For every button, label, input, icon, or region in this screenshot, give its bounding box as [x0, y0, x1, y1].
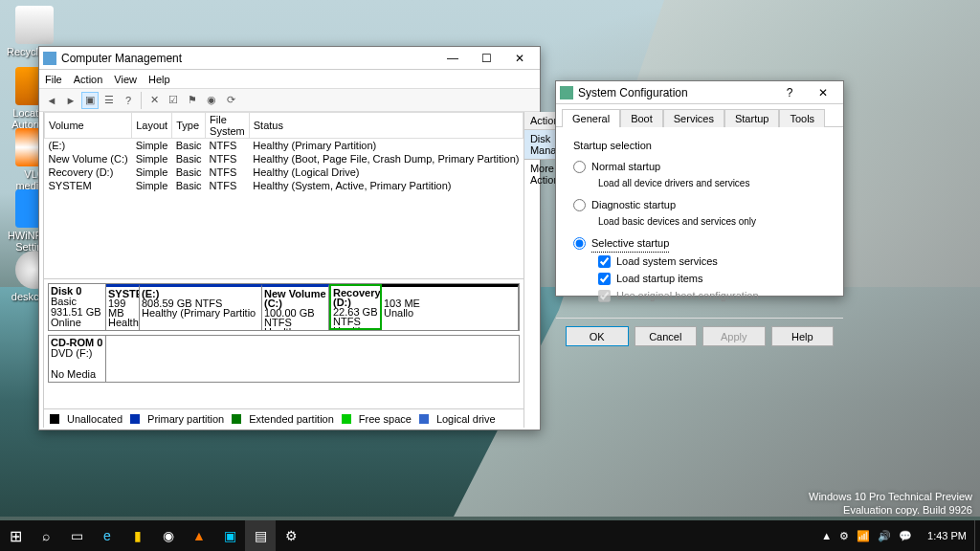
col-layout[interactable]: Layout — [132, 113, 172, 139]
system-tray[interactable]: ▲ ⚙ 📶 🔊 💬 — [813, 530, 920, 542]
volume-row[interactable]: SYSTEMSimpleBasicNTFSHealthy (System, Ac… — [45, 179, 523, 192]
col-volume[interactable]: Volume — [45, 113, 132, 139]
ok-button[interactable]: OK — [566, 326, 629, 346]
minimize-button[interactable]: — — [436, 49, 469, 68]
legend: Unallocated Primary partition Extended p… — [44, 408, 523, 428]
tab-tools[interactable]: Tools — [779, 109, 825, 127]
volume-row[interactable]: (E:)SimpleBasicNTFSHealthy (Primary Part… — [45, 139, 523, 153]
radio-diagnostic[interactable]: Diagnostic startup — [573, 196, 826, 213]
disk-graphic: Disk 0Basic931.51 GBOnline SYSTEM199 MBH… — [44, 279, 523, 408]
help-button[interactable]: ? — [773, 83, 806, 102]
close-button[interactable]: ✕ — [807, 83, 839, 102]
partition-selected[interactable]: Recovery (D:)22.63 GB NTFSHealthy (Logic… — [329, 284, 382, 330]
menu-file[interactable]: File — [45, 74, 62, 85]
edge-icon[interactable]: e — [92, 520, 122, 551]
toolbar: ◄ ► ▣ ☰ ? ✕ ☑ ⚑ ◉ ⟳ — [39, 89, 540, 112]
titlebar[interactable]: Computer Management — ☐ ✕ — [39, 47, 540, 70]
task-view-icon[interactable]: ▭ — [61, 520, 92, 551]
taskbar-clock[interactable]: 1:43 PM — [920, 530, 974, 541]
menubar: File Action View Help — [39, 70, 540, 89]
tab-general[interactable]: General — [562, 109, 620, 127]
apply-button[interactable]: Apply — [702, 326, 766, 346]
menu-view[interactable]: View — [114, 74, 137, 85]
taskbar: ⊞ ⌕ ▭ e ▮ ◉ ▲ ▣ ▤ ⚙ ▲ ⚙ 📶 🔊 💬 1:43 PM — [0, 520, 980, 551]
radio-normal[interactable]: Normal startup — [573, 158, 826, 175]
tool-icon[interactable]: ☑ — [165, 92, 182, 109]
tool-icon[interactable]: ◉ — [203, 92, 220, 109]
check-original-boot: Use original boot configuration — [598, 287, 826, 304]
app-icon — [43, 52, 56, 65]
back-icon[interactable]: ◄ — [43, 92, 60, 109]
titlebar[interactable]: System Configuration ? ✕ — [556, 81, 843, 104]
refresh-icon[interactable]: ⟳ — [222, 92, 239, 109]
running-app-icon[interactable]: ▤ — [245, 520, 276, 551]
steam-icon[interactable]: ◉ — [153, 520, 184, 551]
disk-0[interactable]: Disk 0Basic931.51 GBOnline SYSTEM199 MBH… — [48, 283, 520, 331]
tab-startup[interactable]: Startup — [724, 109, 779, 127]
help-button[interactable]: Help — [771, 326, 835, 346]
watermark: Windows 10 Pro Technical PreviewEvaluati… — [809, 490, 972, 517]
tool-icon[interactable]: ⚑ — [184, 92, 201, 109]
menu-help[interactable]: Help — [148, 74, 170, 85]
partition[interactable]: SYSTEM199 MBHealthy — [106, 284, 140, 330]
network-icon[interactable]: 📶 — [857, 530, 870, 542]
volume-list[interactable]: Volume Layout Type File System Status (E… — [44, 112, 523, 279]
computer-management-window: Computer Management — ☐ ✕ File Action Vi… — [38, 46, 541, 430]
app-icon — [560, 86, 573, 99]
section-label: Startup selection — [573, 137, 826, 154]
tab-services[interactable]: Services — [663, 109, 724, 127]
tool-icon[interactable]: ✕ — [145, 92, 163, 109]
notifications-icon[interactable]: 💬 — [899, 530, 912, 542]
radio-selective[interactable]: Selective startup — [573, 234, 826, 253]
running-app-icon[interactable]: ⚙ — [276, 520, 306, 551]
tray-icon[interactable]: ⚙ — [839, 530, 849, 542]
close-button[interactable]: ✕ — [503, 49, 536, 68]
check-system-services[interactable]: Load system services — [598, 253, 826, 270]
app-icon[interactable]: ▣ — [214, 520, 245, 551]
window-title: Computer Management — [61, 52, 436, 65]
menu-action[interactable]: Action — [74, 74, 103, 85]
tray-overflow-icon[interactable]: ▲ — [821, 530, 832, 541]
col-fs[interactable]: File System — [206, 113, 250, 139]
up-icon[interactable]: ▣ — [81, 92, 99, 109]
cancel-button[interactable]: Cancel — [635, 326, 698, 346]
tab-boot[interactable]: Boot — [620, 109, 663, 127]
show-desktop[interactable] — [974, 520, 980, 551]
partition[interactable]: New Volume (C:)100.00 GB NTFSHealthy (Bo… — [262, 284, 329, 330]
cdrom-0[interactable]: CD-ROM 0DVD (F:)No Media — [48, 335, 520, 383]
volume-row[interactable]: New Volume (C:)SimpleBasicNTFSHealthy (B… — [45, 152, 523, 165]
properties-icon[interactable]: ☰ — [100, 92, 118, 109]
volume-row[interactable]: Recovery (D:)SimpleBasicNTFSHealthy (Log… — [45, 165, 523, 179]
start-button[interactable]: ⊞ — [0, 520, 31, 551]
forward-icon[interactable]: ► — [62, 92, 79, 109]
window-title: System Configuration — [578, 86, 773, 99]
volume-icon[interactable]: 🔊 — [878, 530, 891, 542]
system-configuration-window: System Configuration ? ✕ General Boot Se… — [555, 80, 844, 297]
partition-unallocated[interactable]: 103 MEUnallo — [382, 284, 519, 330]
explorer-icon[interactable]: ▮ — [122, 520, 153, 551]
help-icon[interactable]: ? — [120, 92, 137, 109]
maximize-button[interactable]: ☐ — [470, 49, 502, 68]
tab-strip: General Boot Services Startup Tools — [556, 104, 843, 127]
vlc-icon[interactable]: ▲ — [184, 520, 214, 551]
partition[interactable]: (E:)808.59 GB NTFSHealthy (Primary Parti… — [140, 284, 262, 330]
col-status[interactable]: Status — [249, 113, 523, 139]
search-icon[interactable]: ⌕ — [31, 520, 61, 551]
check-startup-items[interactable]: Load startup items — [598, 270, 826, 287]
col-type[interactable]: Type — [172, 113, 206, 139]
